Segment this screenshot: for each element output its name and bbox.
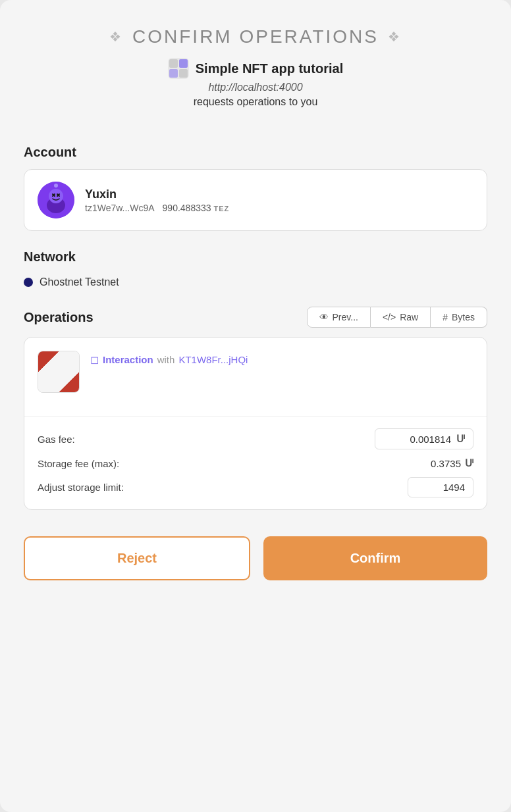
action-buttons: Reject Confirm [24,536,487,580]
avatar-image [38,182,74,218]
app-request-text: requests operations to you [194,96,318,108]
interaction-details: ◻ Interaction with KT1W8Fr...jHQi [90,351,248,366]
app-icon [168,58,189,79]
gas-fee-label: Gas fee: [38,434,75,445]
avatar [38,182,74,218]
network-status-dot [24,278,33,287]
tab-preview-label: Prev... [333,312,358,322]
network-row: Ghostnet Testnet [24,276,487,288]
hash-icon: # [443,312,448,322]
account-address-row: tz1We7w...Wc9A 990.488333 TEZ [85,203,229,213]
thumb-q4 [59,372,79,392]
svg-point-7 [49,189,63,203]
page-title: ❖ CONFIRM OPERATIONS ❖ [24,26,487,47]
eye-icon: 👁 [319,312,329,322]
modal-container: ❖ CONFIRM OPERATIONS ❖ Simple NFT app tu… [0,0,511,812]
tab-preview[interactable]: 👁 Prev... [307,307,371,328]
svg-rect-3 [169,69,178,78]
interaction-thumbnail [38,351,80,393]
thumb-q1 [38,351,59,372]
storage-fee-value: 0.3735 [431,458,461,469]
account-details: Yuxin tz1We7w...Wc9A 990.488333 TEZ [85,188,229,213]
account-label: Account [24,145,487,160]
interaction-with-text: with [157,354,175,365]
interaction-contract: KT1W8Fr...jHQi [178,354,248,365]
reject-button[interactable]: Reject [24,536,250,580]
header: ❖ CONFIRM OPERATIONS ❖ Simple NFT app tu… [24,26,487,108]
storage-limit-value-box[interactable]: 1494 [408,477,473,497]
svg-point-13 [54,184,58,188]
svg-rect-1 [169,59,178,68]
gas-fee-row: Gas fee: 0.001814 ᑧ [38,428,473,449]
app-name: Simple NFT app tutorial [196,61,343,76]
tez-symbol-storage: ᑧ [465,457,473,469]
storage-fee-row: Storage fee (max): 0.3735 ᑧ [38,457,473,469]
storage-limit-value: 1494 [443,482,465,493]
app-info: Simple NFT app tutorial http://localhost… [24,58,487,108]
network-label: Network [24,249,487,265]
deco-right-icon: ❖ [388,29,402,45]
operations-card: ◻ Interaction with KT1W8Fr...jHQi Gas fe… [24,337,487,510]
deco-left-icon: ❖ [109,29,123,45]
contract-icon: ◻ [90,353,99,366]
storage-fee-label: Storage fee (max): [38,458,119,469]
interaction-type-row: ◻ Interaction with KT1W8Fr...jHQi [90,353,248,366]
confirm-button[interactable]: Confirm [263,536,487,580]
storage-fee-value-row: 0.3735 ᑧ [431,457,473,469]
svg-rect-4 [179,69,188,78]
operations-header: Operations 👁 Prev... </> Raw # Bytes [24,307,487,328]
account-name: Yuxin [85,188,229,201]
app-name-row: Simple NFT app tutorial [168,58,343,79]
thumb-q2 [59,351,79,372]
interaction-row: ◻ Interaction with KT1W8Fr...jHQi [24,338,487,417]
balance-value: 990.488333 [163,203,211,213]
title-text: CONFIRM OPERATIONS [132,26,379,47]
view-tabs: 👁 Prev... </> Raw # Bytes [307,307,488,328]
account-card: Yuxin tz1We7w...Wc9A 990.488333 TEZ [24,169,487,231]
account-address: tz1We7w...Wc9A [85,203,155,213]
operations-label: Operations [24,310,94,325]
tab-bytes[interactable]: # Bytes [431,307,487,328]
tab-bytes-label: Bytes [452,312,475,322]
interaction-label: Interaction [103,354,153,365]
code-icon: </> [383,312,396,322]
svg-rect-2 [179,59,188,68]
app-url: http://localhost:4000 [208,82,302,93]
account-balance: 990.488333 TEZ [163,203,230,213]
gas-fee-value-box[interactable]: 0.001814 ᑧ [375,428,473,449]
tab-raw-label: Raw [400,312,418,322]
tez-symbol-gas: ᑧ [456,433,465,445]
fees-section: Gas fee: 0.001814 ᑧ Storage fee (max): 0… [24,417,487,509]
network-name: Ghostnet Testnet [40,276,119,288]
tab-raw[interactable]: </> Raw [371,307,431,328]
thumb-q3 [38,372,59,392]
currency-label: TEZ [213,205,229,213]
storage-limit-label: Adjust storage limit: [38,482,124,493]
gas-fee-value: 0.001814 [410,434,451,445]
storage-limit-row: Adjust storage limit: 1494 [38,477,473,497]
